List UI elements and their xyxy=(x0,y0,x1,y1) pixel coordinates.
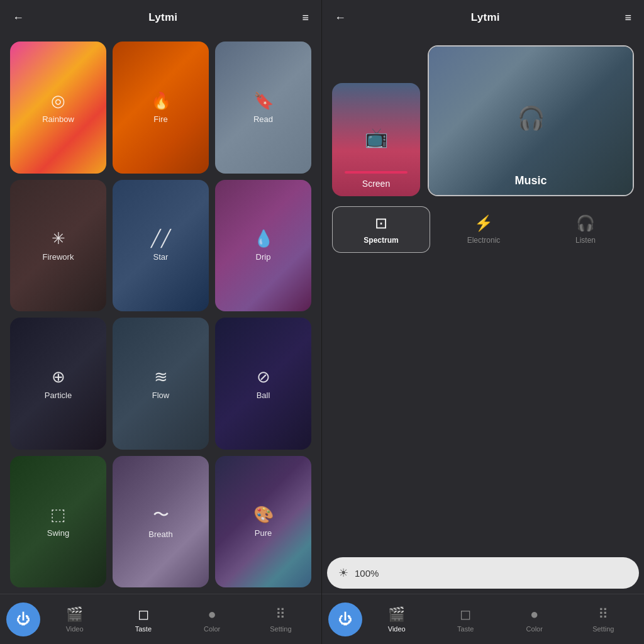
left-nav-video[interactable]: 🎬 Video xyxy=(40,606,109,633)
ball-label: Ball xyxy=(257,391,270,400)
ball-icon: ⊘ xyxy=(257,367,270,387)
left-back-icon[interactable]: ← xyxy=(13,11,24,25)
drip-label: Drip xyxy=(256,252,271,262)
breath-icon: 〜 xyxy=(153,504,169,526)
taste-nav-label: Taste xyxy=(135,625,152,633)
grid-item-flow[interactable]: ≋ Flow xyxy=(113,318,209,450)
spectrum-mode-icon: ⊡ xyxy=(375,214,387,232)
right-power-icon: ⏻ xyxy=(338,611,352,628)
right-content: 📺 Screen 🎧 Music ⊡ Spectrum ⚡ Electronic… xyxy=(322,35,644,557)
video-nav-label: Video xyxy=(66,625,84,633)
right-header: ← Lytmi ≡ xyxy=(322,0,644,35)
taste-nav-icon: ◻ xyxy=(138,606,149,623)
color-right-nav-icon: ● xyxy=(530,606,538,623)
grid-item-read[interactable]: 🔖 Read xyxy=(215,42,311,174)
listen-mode-label: Listen xyxy=(575,236,596,245)
left-power-button[interactable]: ⏻ xyxy=(6,602,40,636)
particle-icon: ⊕ xyxy=(52,367,65,387)
mode-tabs: ⊡ Spectrum ⚡ Electronic 🎧 Listen xyxy=(332,206,634,253)
grid-item-firework[interactable]: ✳ Firework xyxy=(10,180,106,312)
mode-tab-electronic[interactable]: ⚡ Electronic xyxy=(435,207,532,252)
color-right-nav-label: Color xyxy=(526,625,543,633)
left-header: ← Lytmi ≡ xyxy=(0,0,321,35)
right-bottom-nav: ⏻ 🎬 Video ◻ Taste ● Color ⠿ Setting xyxy=(322,594,644,644)
flow-icon: ≋ xyxy=(154,367,168,387)
taste-right-nav-label: Taste xyxy=(457,625,474,633)
read-icon: 🔖 xyxy=(253,91,274,111)
grid-item-swing[interactable]: ⬚ Swing xyxy=(10,456,106,588)
particle-label: Particle xyxy=(45,391,72,400)
video-nav-icon: 🎬 xyxy=(66,606,83,623)
right-panel: ← Lytmi ≡ 📺 Screen 🎧 Music ⊡ Spectru xyxy=(322,0,644,644)
right-nav-setting[interactable]: ⠿ Setting xyxy=(569,606,638,633)
taste-right-nav-icon: ◻ xyxy=(460,606,471,623)
drip-icon: 💧 xyxy=(253,229,274,248)
grid-item-fire[interactable]: 🔥 Fire xyxy=(113,42,209,174)
flow-label: Flow xyxy=(152,391,169,400)
music-card[interactable]: 🎧 Music xyxy=(428,45,634,196)
mode-tab-spectrum[interactable]: ⊡ Spectrum xyxy=(332,206,430,253)
grid-item-drip[interactable]: 💧 Drip xyxy=(215,180,311,312)
firework-icon: ✳ xyxy=(52,229,65,248)
left-menu-icon[interactable]: ≡ xyxy=(302,11,309,25)
brightness-section: ☀ 100% xyxy=(322,557,644,594)
brightness-value: 100% xyxy=(355,568,379,579)
screen-card[interactable]: 📺 Screen xyxy=(332,83,420,196)
grid-item-star[interactable]: ╱╱ Star xyxy=(113,180,209,312)
star-icon: ╱╱ xyxy=(151,229,171,248)
swing-icon: ⬚ xyxy=(50,505,66,525)
music-cards-row: 📺 Screen 🎧 Music xyxy=(332,45,634,196)
pure-icon: 🎨 xyxy=(253,505,274,525)
grid-item-particle[interactable]: ⊕ Particle xyxy=(10,318,106,450)
left-nav-taste[interactable]: ◻ Taste xyxy=(109,606,177,633)
right-menu-icon[interactable]: ≡ xyxy=(625,11,631,25)
video-right-nav-icon: 🎬 xyxy=(388,606,405,623)
right-title: Lytmi xyxy=(471,11,500,24)
grid-item-pure[interactable]: 🎨 Pure xyxy=(215,456,311,588)
swing-label: Swing xyxy=(47,528,69,538)
color-nav-icon: ● xyxy=(208,606,216,623)
setting-nav-label: Setting xyxy=(270,625,291,633)
setting-right-nav-icon: ⠿ xyxy=(598,606,608,623)
grid-item-rainbow[interactable]: ◎ Rainbow xyxy=(10,42,106,174)
right-nav-color[interactable]: ● Color xyxy=(500,606,569,633)
left-nav-color[interactable]: ● Color xyxy=(178,606,247,633)
listen-mode-icon: 🎧 xyxy=(576,214,595,232)
electronic-mode-icon: ⚡ xyxy=(474,214,493,232)
effects-grid: ◎ Rainbow 🔥 Fire 🔖 Read ✳ Firework ╱╱ St… xyxy=(0,35,321,594)
power-icon: ⏻ xyxy=(16,611,30,628)
color-nav-label: Color xyxy=(204,625,220,633)
left-panel: ← Lytmi ≡ ◎ Rainbow 🔥 Fire 🔖 Read ✳ Fire… xyxy=(0,0,322,644)
right-power-button[interactable]: ⏻ xyxy=(328,602,362,636)
screen-card-label: Screen xyxy=(332,179,420,189)
rainbow-label: Rainbow xyxy=(42,114,74,124)
screen-card-icon: 📺 xyxy=(365,126,388,148)
left-bottom-nav: ⏻ 🎬 Video ◻ Taste ● Color ⠿ Setting xyxy=(0,594,321,644)
setting-nav-icon: ⠿ xyxy=(275,606,286,623)
rainbow-icon: ◎ xyxy=(51,91,65,111)
left-title: Lytmi xyxy=(148,11,177,24)
brightness-bar[interactable]: ☀ 100% xyxy=(327,557,639,589)
grid-item-breath[interactable]: 〜 Breath xyxy=(113,456,209,588)
mode-tab-listen[interactable]: 🎧 Listen xyxy=(537,207,634,252)
pure-label: Pure xyxy=(255,528,272,538)
read-label: Read xyxy=(253,114,273,124)
grid-item-ball[interactable]: ⊘ Ball xyxy=(215,318,311,450)
right-nav-taste[interactable]: ◻ Taste xyxy=(431,606,501,633)
right-nav-video[interactable]: 🎬 Video xyxy=(362,606,431,633)
music-card-label: Music xyxy=(429,174,633,187)
breath-label: Breath xyxy=(148,530,172,539)
setting-right-nav-label: Setting xyxy=(592,625,614,633)
fire-icon: 🔥 xyxy=(151,91,171,111)
spectrum-mode-label: Spectrum xyxy=(364,236,398,245)
video-right-nav-label: Video xyxy=(388,625,406,633)
electronic-mode-label: Electronic xyxy=(467,236,501,245)
star-label: Star xyxy=(153,252,169,262)
screen-bar xyxy=(345,171,408,174)
fire-label: Fire xyxy=(153,114,167,124)
left-nav-setting[interactable]: ⠿ Setting xyxy=(247,606,315,633)
brightness-icon: ☀ xyxy=(338,566,348,580)
music-card-icon: 🎧 xyxy=(517,105,545,131)
firework-label: Firework xyxy=(43,252,74,262)
right-back-icon[interactable]: ← xyxy=(335,11,346,25)
